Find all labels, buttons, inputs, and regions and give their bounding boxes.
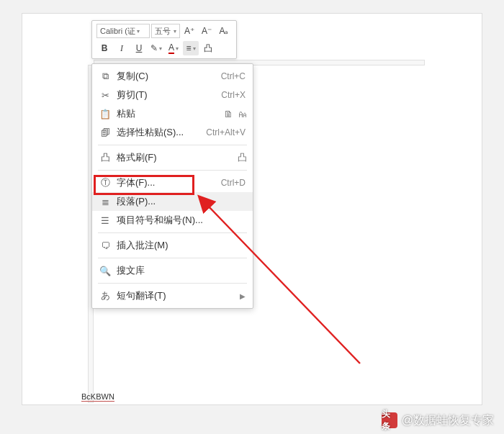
menu-paragraph[interactable]: ≣ 段落(P)... (92, 192, 253, 211)
mini-toolbar: Calibri (证▾ 五号▾ A⁺ A⁻ Aₐ B I U ✎▾ A▾ ≡▾ … (91, 20, 237, 59)
decrease-font-button[interactable]: A⁻ (199, 24, 215, 38)
font-color-button[interactable]: A▾ (166, 41, 181, 55)
watermark-text: @数据蛙恢复专家 (402, 413, 494, 428)
context-menu: ⧉ 复制(C) Ctrl+C ✂ 剪切(T) Ctrl+X 📋 粘贴 🗎 🗛 🗐… (91, 63, 253, 309)
paragraph-icon: ≣ (98, 196, 112, 207)
highlight-button[interactable]: ✎▾ (148, 41, 164, 55)
increase-font-button[interactable]: A⁺ (181, 24, 197, 38)
watermark-badge: 头条 (382, 412, 397, 428)
menu-search-library[interactable]: 🔍 搜文库 (92, 261, 253, 280)
search-icon: 🔍 (98, 266, 112, 276)
font-name-select[interactable]: Calibri (证▾ (96, 24, 150, 38)
menu-format-painter[interactable]: 凸 格式刷(F) 凸 (92, 148, 253, 167)
menu-cut[interactable]: ✂ 剪切(T) Ctrl+X (92, 86, 253, 104)
translate-icon: あ (98, 289, 112, 302)
format-painter-side-icon[interactable]: 凸 (238, 151, 247, 164)
document-text[interactable]: BcKBWN (81, 392, 114, 402)
menu-font[interactable]: Ⓣ 字体(F)... Ctrl+D (92, 173, 253, 192)
comment-icon: 🗨 (98, 240, 112, 251)
format-painter-mini-button[interactable]: 凸 (200, 41, 216, 55)
font-size-value: 五号 (155, 26, 171, 37)
menu-copy[interactable]: ⧉ 复制(C) Ctrl+C (92, 67, 253, 86)
italic-button[interactable]: I (114, 41, 130, 55)
menu-insert-comment[interactable]: 🗨 插入批注(M) (92, 236, 253, 255)
font-size-select[interactable]: 五号▾ (151, 24, 180, 38)
separator (98, 232, 247, 233)
menu-short-translate[interactable]: あ 短句翻译(T) ▶ (92, 286, 253, 305)
font-name-value: Calibri (证 (100, 26, 135, 37)
chevron-right-icon: ▶ (240, 292, 246, 300)
copy-icon: ⧉ (98, 71, 112, 82)
watermark: 头条 @数据蛙恢复专家 (382, 412, 494, 428)
separator (98, 170, 247, 171)
bold-button[interactable]: B (96, 41, 112, 55)
menu-paste[interactable]: 📋 粘贴 🗎 🗛 (92, 104, 253, 123)
separator (98, 145, 247, 145)
separator (98, 283, 247, 284)
paste-special-icon: 🗐 (98, 127, 112, 138)
format-painter-icon: 凸 (98, 151, 112, 164)
separator (98, 258, 247, 258)
change-case-button[interactable]: Aₐ (216, 24, 232, 38)
list-icon: ☰ (98, 215, 112, 226)
paste-option-icon-2[interactable]: 🗛 (238, 109, 247, 119)
font-icon: Ⓣ (98, 176, 112, 189)
underline-button[interactable]: U (131, 41, 147, 55)
scissors-icon: ✂ (98, 90, 112, 101)
paste-option-icon-1[interactable]: 🗎 (224, 109, 233, 119)
align-button[interactable]: ≡▾ (183, 41, 199, 55)
menu-bullets-numbering[interactable]: ☰ 项目符号和编号(N)... (92, 211, 253, 230)
clipboard-icon: 📋 (98, 109, 112, 119)
menu-paste-special[interactable]: 🗐 选择性粘贴(S)... Ctrl+Alt+V (92, 123, 253, 142)
